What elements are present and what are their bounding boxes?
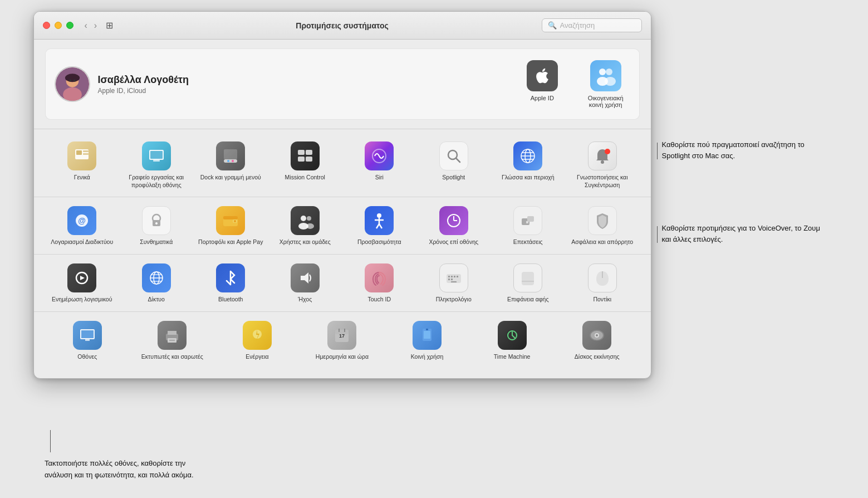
displays-label: Οθόνες xyxy=(77,353,97,361)
dock-label: Dock και γραμμή μενού xyxy=(200,174,261,182)
pref-item-software[interactable]: Ενημέρωση λογισμικού xyxy=(45,258,120,308)
network-icon xyxy=(142,263,171,292)
sharing-label: Κοινή χρήση xyxy=(411,353,444,361)
forward-button[interactable]: › xyxy=(92,19,99,32)
pref-item-security[interactable]: Ασφάλεια και απόρρητο xyxy=(565,201,640,251)
sharing-icon xyxy=(413,321,442,350)
pref-item-mission[interactable]: Mission Control xyxy=(268,136,342,193)
svg-rect-58 xyxy=(526,221,528,223)
pref-item-printers[interactable]: Εκτυπωτές και σαρωτές xyxy=(130,315,215,365)
search-box[interactable]: 🔍 xyxy=(542,18,642,32)
svg-rect-16 xyxy=(153,160,160,162)
pref-item-wallet[interactable]: Πορτοφόλι και Apple Pay xyxy=(194,201,268,251)
pref-item-sound[interactable]: Ήχος xyxy=(268,258,342,308)
section-divider-1 xyxy=(34,129,651,129)
screentime-label: Χρόνος επί οθόνης xyxy=(429,238,478,246)
pref-item-siri[interactable]: Siri xyxy=(342,136,417,193)
maximize-button[interactable] xyxy=(66,22,73,29)
timemachine-icon xyxy=(498,321,527,350)
back-button[interactable]: ‹ xyxy=(82,19,90,32)
energy-label: Ενέργεια xyxy=(246,353,268,361)
wallet-icon xyxy=(216,206,245,235)
profile-right-icons: Apple ID Οικογενειακήκοινή χρήση xyxy=(520,56,630,113)
pref-item-sharing[interactable]: Κοινή χρήση xyxy=(385,315,470,365)
svg-rect-24 xyxy=(306,157,312,162)
close-button[interactable] xyxy=(43,22,50,29)
screentime-icon xyxy=(439,206,468,235)
pref-item-startup[interactable]: Δίσκος εκκίνησης xyxy=(555,315,640,365)
startup-icon xyxy=(582,321,611,350)
pref-item-notifications[interactable]: Γνωστοποιήσεις και Συγκέντρωση xyxy=(565,136,640,193)
general-label: Γενικά xyxy=(74,174,90,182)
mouse-icon xyxy=(588,263,617,292)
accessibility-annotation-text: Καθορίστε προτιμήσεις για το VoiceOver, … xyxy=(662,223,824,245)
mission-icon xyxy=(291,141,320,170)
security-label: Ασφάλεια και απόρρητο xyxy=(571,238,633,246)
internet-icon: @ xyxy=(67,206,96,235)
timemachine-label: Time Machine xyxy=(494,353,531,361)
apple-id-item[interactable]: Apple ID xyxy=(520,56,565,113)
pref-item-screentime[interactable]: Χρόνος επί οθόνης xyxy=(416,201,491,251)
grid-view-button[interactable]: ⊞ xyxy=(104,19,115,32)
svg-rect-11 xyxy=(76,150,82,155)
svg-rect-13 xyxy=(83,153,89,155)
family-sharing-item[interactable]: Οικογενειακήκοινή χρήση xyxy=(581,56,630,113)
pref-item-displays[interactable]: Οθόνες xyxy=(45,315,130,365)
svg-point-6 xyxy=(599,69,606,75)
svg-rect-17 xyxy=(224,149,237,159)
pref-item-desktop[interactable]: Γραφείο εργασίας και προφύλαξη οθόνης xyxy=(119,136,194,193)
svg-rect-23 xyxy=(298,157,305,162)
accessibility-annotation: Καθορίστε προτιμήσεις για το VoiceOver, … xyxy=(657,223,824,245)
language-label: Γλώσσα και περιοχή xyxy=(502,174,555,182)
family-sharing-icon xyxy=(590,60,621,91)
pref-item-language[interactable]: Γλώσσα και περιοχή xyxy=(491,136,566,193)
bluetooth-icon xyxy=(216,263,245,292)
search-input[interactable] xyxy=(560,21,636,30)
trackpad-label: Επιφάνεια αφής xyxy=(507,296,549,304)
svg-point-9 xyxy=(605,77,616,86)
pref-item-keyboard[interactable]: Πληκτρολόγιο xyxy=(416,258,491,308)
touchid-icon xyxy=(365,263,394,292)
pref-item-network[interactable]: Δίκτυο xyxy=(119,258,194,308)
apple-id-icon xyxy=(527,60,558,91)
notifications-icon xyxy=(588,141,617,170)
pref-item-mouse[interactable]: Ποντίκι xyxy=(565,258,640,308)
svg-rect-78 xyxy=(81,330,94,338)
apple-id-label: Apple ID xyxy=(531,95,554,101)
svg-rect-83 xyxy=(169,340,175,341)
pref-item-touchid[interactable]: Touch ID xyxy=(342,258,417,308)
users-icon xyxy=(291,206,320,235)
svg-rect-21 xyxy=(298,150,305,155)
svg-point-19 xyxy=(227,160,229,162)
pref-item-general[interactable]: Γενικά xyxy=(45,136,120,193)
pref-item-passwords[interactable]: Συνθηματικά xyxy=(119,201,194,251)
pref-item-timemachine[interactable]: Time Machine xyxy=(469,315,555,365)
svg-line-52 xyxy=(379,224,382,228)
search-icon: 🔍 xyxy=(548,21,557,30)
displays-icon xyxy=(73,321,102,350)
extensions-label: Επεκτάσεις xyxy=(513,238,543,246)
svg-rect-73 xyxy=(451,281,457,282)
passwords-icon xyxy=(142,206,171,235)
startup-label: Δίσκος εκκίνησης xyxy=(575,353,620,361)
section-divider-4 xyxy=(34,311,651,312)
svg-rect-72 xyxy=(451,279,453,280)
pref-item-bluetooth[interactable]: Bluetooth xyxy=(194,258,268,308)
avatar[interactable] xyxy=(55,66,90,102)
pref-item-accessibility[interactable]: Προσβασιμότητα xyxy=(342,201,417,251)
pref-item-users[interactable]: Χρήστες και ομάδες xyxy=(268,201,342,251)
minimize-button[interactable] xyxy=(55,22,62,29)
pref-item-internet[interactable]: @Λογαριασμοί Διαδικτύου xyxy=(45,201,120,251)
pref-item-trackpad[interactable]: Επιφάνεια αφής xyxy=(491,258,566,308)
desktop-label: Γραφείο εργασίας και προφύλαξη οθόνης xyxy=(122,174,190,189)
svg-rect-12 xyxy=(83,150,89,152)
sound-label: Ήχος xyxy=(298,296,312,304)
pref-item-spotlight[interactable]: Spotlight xyxy=(416,136,491,193)
svg-point-46 xyxy=(307,216,311,221)
pref-item-energy[interactable]: Ενέργεια xyxy=(215,315,300,365)
extensions-icon xyxy=(513,206,542,235)
pref-item-datetime[interactable]: 17Ημερομηνία και ώρα xyxy=(300,315,385,365)
pref-item-extensions[interactable]: Επεκτάσεις xyxy=(491,201,566,251)
pref-item-dock[interactable]: Dock και γραμμή μενού xyxy=(194,136,268,193)
titlebar: ‹ › ⊞ Προτιμήσεις συστήματος 🔍 xyxy=(34,12,651,40)
